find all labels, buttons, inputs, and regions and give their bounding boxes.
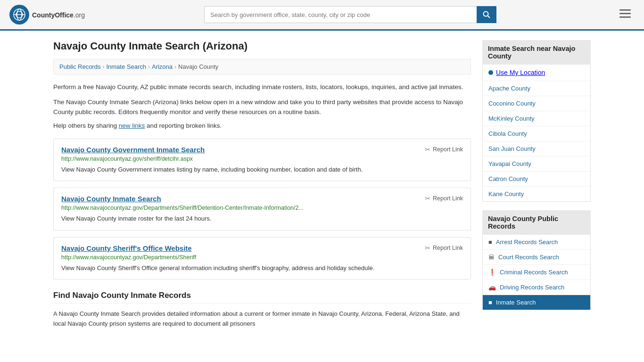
find-section-heading: Find Navajo County Inmate Records [53,291,471,304]
result-title-1[interactable]: Navajo County Government Inmate Search [61,146,205,154]
sidebar-item-mckinley[interactable]: McKinley County [483,111,590,126]
logo-text: CountyOffice.org [32,10,85,20]
breadcrumb-current: Navajo County [178,63,218,70]
result-url-3[interactable]: http://www.navajocountyaz.gov/Department… [61,254,463,261]
search-input[interactable] [204,6,477,23]
use-my-location-link[interactable]: Use My Location [496,69,545,76]
breadcrumb-sep-1: › [102,64,104,70]
sanjuan-county-link[interactable]: San Juan County [488,145,536,152]
result-desc-1: View Navajo County Government inmates li… [61,165,463,174]
result-header-3: Navajo County Sheriff's Office Website ✂… [61,244,463,252]
report-link-1[interactable]: ✂ Report Link [425,146,463,153]
sidebar-nearby-title: Inmate Search near Navajo County [482,40,591,65]
menu-icon[interactable] [616,7,635,23]
sidebar-item-kane[interactable]: Kane County [483,187,590,201]
sidebar-nearby-list: Use My Location Apache County Coconino C… [482,65,591,202]
sidebar-item-apache[interactable]: Apache County [483,81,590,96]
cibola-county-link[interactable]: Cibola County [488,130,527,137]
new-links-link[interactable]: new links [119,122,145,129]
report-icon-2: ✂ [425,195,430,202]
driving-records-link[interactable]: Driving Records Search [500,284,564,291]
main-container: Navajo County Inmate Search (Arizona) Pu… [44,31,600,338]
inmate-search-link[interactable]: Inmate Search [496,299,536,306]
svg-line-5 [488,16,490,18]
result-title-2[interactable]: Navajo County Inmate Search [61,195,161,203]
apache-county-link[interactable]: Apache County [488,85,530,92]
logo-area[interactable]: CountyOffice.org [9,5,85,25]
arrest-records-link[interactable]: Arrest Records Search [496,239,558,246]
yavapai-county-link[interactable]: Yavapai County [488,160,531,167]
result-card-2: Navajo County Inmate Search ✂ Report Lin… [53,188,471,230]
logo-icon [9,5,29,25]
sidebar: Inmate Search near Navajo County Use My … [482,40,591,329]
sidebar-item-cibola[interactable]: Cibola County [483,126,590,141]
driving-icon: 🚗 [488,284,496,291]
sidebar-item-catron[interactable]: Catron County [483,172,590,187]
sidebar-driving-records[interactable]: 🚗 Driving Records Search [483,280,590,295]
sidebar-public-records-list: ■ Arrest Records Search 🏛 Court Records … [482,235,591,310]
result-card-1: Navajo County Government Inmate Search ✂… [53,139,471,181]
content-area: Navajo County Inmate Search (Arizona) Pu… [53,40,471,329]
search-bar-area [204,6,496,23]
breadcrumb-sep-2: › [148,64,150,70]
search-button[interactable] [477,6,496,23]
intro-paragraph-1: Perform a free Navajo County, AZ public … [53,82,471,92]
location-dot-icon [488,70,493,75]
criminal-icon: ❗ [488,269,496,276]
intro-paragraph-2: The Navajo County Inmate Search (Arizona… [53,97,471,117]
find-section-desc: A Navajo County Inmate Search provides d… [53,309,471,329]
header: CountyOffice.org [0,0,644,31]
report-icon-3: ✂ [425,244,430,252]
svg-rect-8 [619,16,631,18]
breadcrumb-arizona[interactable]: Arizona [152,63,173,70]
criminal-records-link[interactable]: Criminal Records Search [500,269,568,276]
result-title-3[interactable]: Navajo County Sheriff's Office Website [61,244,192,252]
sidebar-item-sanjuan[interactable]: San Juan County [483,141,590,156]
court-records-link[interactable]: Court Records Search [498,254,559,261]
sidebar-inmate-search[interactable]: ■ Inmate Search [483,295,590,310]
sidebar-court-records[interactable]: 🏛 Court Records Search [483,250,590,265]
result-header-2: Navajo County Inmate Search ✂ Report Lin… [61,195,463,203]
svg-point-4 [484,12,488,16]
sidebar-criminal-records[interactable]: ❗ Criminal Records Search [483,265,590,280]
breadcrumb: Public Records › Inmate Search › Arizona… [53,59,471,74]
result-header-1: Navajo County Government Inmate Search ✂… [61,146,463,154]
breadcrumb-sep-3: › [174,64,176,70]
report-icon-1: ✂ [425,146,430,153]
mckinley-county-link[interactable]: McKinley County [488,115,535,122]
result-desc-3: View Navajo County Sheriff's Office gene… [61,263,463,273]
coconino-county-link[interactable]: Coconino County [488,100,536,107]
arrest-icon: ■ [488,239,492,246]
inmate-icon: ■ [488,299,492,306]
breadcrumb-inmate-search[interactable]: Inmate Search [106,63,146,70]
kane-county-link[interactable]: Kane County [488,190,524,197]
svg-rect-7 [619,13,631,15]
sidebar-use-location[interactable]: Use My Location [483,65,590,81]
help-text: Help others by sharing new links and rep… [53,122,471,129]
court-icon: 🏛 [488,254,495,261]
svg-rect-6 [619,9,631,11]
catron-county-link[interactable]: Catron County [488,175,528,182]
report-link-2[interactable]: ✂ Report Link [425,195,463,202]
breadcrumb-public-records[interactable]: Public Records [59,63,100,70]
sidebar-item-yavapai[interactable]: Yavapai County [483,156,590,172]
sidebar-arrest-records[interactable]: ■ Arrest Records Search [483,235,590,250]
report-link-3[interactable]: ✂ Report Link [425,244,463,252]
page-title: Navajo County Inmate Search (Arizona) [53,40,471,52]
result-url-2[interactable]: http://www.navajocountyaz.gov/Department… [61,205,463,211]
sidebar-public-records-title: Navajo County Public Records [482,210,591,235]
result-url-1[interactable]: http://www.navajocountyaz.gov/sheriff/de… [61,156,463,162]
result-desc-2: View Navajo County inmate roster for the… [61,214,463,223]
sidebar-item-coconino[interactable]: Coconino County [483,96,590,111]
result-card-3: Navajo County Sheriff's Office Website ✂… [53,237,471,280]
